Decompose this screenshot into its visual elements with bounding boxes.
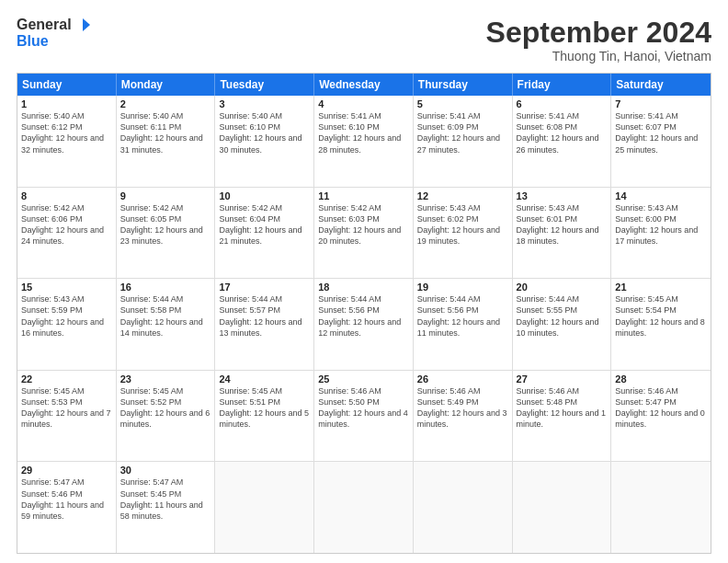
day-number: 4 xyxy=(318,98,409,109)
day-number: 28 xyxy=(615,373,707,385)
day-info: Sunrise: 5:46 AM Sunset: 5:47 PM Dayligh… xyxy=(615,385,707,431)
day-number: 9 xyxy=(120,190,211,201)
day-info: Sunrise: 5:45 AM Sunset: 5:53 PM Dayligh… xyxy=(21,385,112,431)
header-thursday: Thursday xyxy=(414,74,513,96)
day-info: Sunrise: 5:41 AM Sunset: 6:09 PM Dayligh… xyxy=(417,110,508,155)
table-row: 21Sunrise: 5:45 AM Sunset: 5:54 PM Dayli… xyxy=(611,279,711,370)
table-row: 3Sunrise: 5:40 AM Sunset: 6:10 PM Daylig… xyxy=(215,96,314,187)
calendar: Sunday Monday Tuesday Wednesday Thursday… xyxy=(17,73,711,554)
day-number: 8 xyxy=(21,190,112,201)
table-row: 6Sunrise: 5:41 AM Sunset: 6:08 PM Daylig… xyxy=(513,96,612,187)
title-block: September 2024 Thuong Tin, Hanoi, Vietna… xyxy=(486,17,711,63)
day-number: 17 xyxy=(219,282,310,293)
day-number: 19 xyxy=(417,282,508,293)
calendar-row-2: 15Sunrise: 5:43 AM Sunset: 5:59 PM Dayli… xyxy=(17,278,711,370)
day-info: Sunrise: 5:43 AM Sunset: 6:02 PM Dayligh… xyxy=(417,202,508,247)
table-row: 10Sunrise: 5:42 AM Sunset: 6:04 PM Dayli… xyxy=(215,188,314,279)
day-number: 15 xyxy=(21,282,112,293)
day-number: 7 xyxy=(615,98,707,109)
day-info: Sunrise: 5:42 AM Sunset: 6:03 PM Dayligh… xyxy=(318,202,409,247)
day-info: Sunrise: 5:43 AM Sunset: 6:00 PM Dayligh… xyxy=(615,202,707,247)
day-number: 27 xyxy=(517,373,608,385)
day-info: Sunrise: 5:43 AM Sunset: 5:59 PM Dayligh… xyxy=(21,293,112,339)
logo: General Blue xyxy=(17,17,90,50)
day-info: Sunrise: 5:42 AM Sunset: 6:05 PM Dayligh… xyxy=(120,202,211,247)
table-row: 1Sunrise: 5:40 AM Sunset: 6:12 PM Daylig… xyxy=(17,96,117,187)
month-title: September 2024 xyxy=(486,17,711,49)
table-row: 19Sunrise: 5:44 AM Sunset: 5:56 PM Dayli… xyxy=(414,279,513,370)
day-info: Sunrise: 5:40 AM Sunset: 6:12 PM Dayligh… xyxy=(21,110,112,155)
day-info: Sunrise: 5:44 AM Sunset: 5:58 PM Dayligh… xyxy=(120,293,211,339)
calendar-row-3: 22Sunrise: 5:45 AM Sunset: 5:53 PM Dayli… xyxy=(17,370,711,462)
day-number: 20 xyxy=(517,282,608,293)
day-number: 6 xyxy=(517,98,608,109)
day-number: 10 xyxy=(219,190,310,201)
day-info: Sunrise: 5:40 AM Sunset: 6:11 PM Dayligh… xyxy=(120,110,211,155)
table-row: 26Sunrise: 5:46 AM Sunset: 5:49 PM Dayli… xyxy=(414,371,513,462)
table-row: 7Sunrise: 5:41 AM Sunset: 6:07 PM Daylig… xyxy=(611,96,711,187)
day-info: Sunrise: 5:41 AM Sunset: 6:08 PM Dayligh… xyxy=(517,110,608,155)
table-row: 8Sunrise: 5:42 AM Sunset: 6:06 PM Daylig… xyxy=(17,188,117,279)
table-row xyxy=(314,462,414,553)
header-friday: Friday xyxy=(513,74,612,96)
header-tuesday: Tuesday xyxy=(215,74,314,96)
table-row: 2Sunrise: 5:40 AM Sunset: 6:11 PM Daylig… xyxy=(117,96,216,187)
table-row: 25Sunrise: 5:46 AM Sunset: 5:50 PM Dayli… xyxy=(314,371,414,462)
day-info: Sunrise: 5:43 AM Sunset: 6:01 PM Dayligh… xyxy=(517,202,608,247)
calendar-row-4: 29Sunrise: 5:47 AM Sunset: 5:46 PM Dayli… xyxy=(17,461,711,553)
location-subtitle: Thuong Tin, Hanoi, Vietnam xyxy=(486,49,711,63)
calendar-row-0: 1Sunrise: 5:40 AM Sunset: 6:12 PM Daylig… xyxy=(17,96,711,187)
svg-marker-0 xyxy=(83,18,90,31)
page: General Blue September 2024 Thuong Tin, … xyxy=(0,0,728,563)
table-row: 4Sunrise: 5:41 AM Sunset: 6:10 PM Daylig… xyxy=(314,96,414,187)
day-number: 12 xyxy=(417,190,508,201)
table-row xyxy=(611,462,711,553)
table-row xyxy=(215,462,314,553)
day-number: 25 xyxy=(318,373,409,385)
day-info: Sunrise: 5:46 AM Sunset: 5:48 PM Dayligh… xyxy=(517,385,608,431)
table-row: 9Sunrise: 5:42 AM Sunset: 6:05 PM Daylig… xyxy=(117,188,216,279)
day-info: Sunrise: 5:44 AM Sunset: 5:55 PM Dayligh… xyxy=(517,293,608,339)
table-row: 18Sunrise: 5:44 AM Sunset: 5:56 PM Dayli… xyxy=(314,279,414,370)
day-info: Sunrise: 5:45 AM Sunset: 5:52 PM Dayligh… xyxy=(120,385,211,431)
day-info: Sunrise: 5:40 AM Sunset: 6:10 PM Dayligh… xyxy=(219,110,310,155)
calendar-row-1: 8Sunrise: 5:42 AM Sunset: 6:06 PM Daylig… xyxy=(17,187,711,279)
day-number: 22 xyxy=(21,373,112,385)
table-row: 13Sunrise: 5:43 AM Sunset: 6:01 PM Dayli… xyxy=(513,188,612,279)
day-number: 3 xyxy=(219,98,310,109)
table-row: 22Sunrise: 5:45 AM Sunset: 5:53 PM Dayli… xyxy=(17,371,117,462)
table-row: 24Sunrise: 5:45 AM Sunset: 5:51 PM Dayli… xyxy=(215,371,314,462)
day-info: Sunrise: 5:41 AM Sunset: 6:07 PM Dayligh… xyxy=(615,110,707,155)
table-row: 17Sunrise: 5:44 AM Sunset: 5:57 PM Dayli… xyxy=(215,279,314,370)
table-row xyxy=(414,462,513,553)
day-number: 23 xyxy=(120,373,211,385)
table-row: 15Sunrise: 5:43 AM Sunset: 5:59 PM Dayli… xyxy=(17,279,117,370)
day-info: Sunrise: 5:46 AM Sunset: 5:50 PM Dayligh… xyxy=(318,385,409,431)
day-info: Sunrise: 5:44 AM Sunset: 5:56 PM Dayligh… xyxy=(318,293,409,339)
header-saturday: Saturday xyxy=(611,74,711,96)
table-row: 5Sunrise: 5:41 AM Sunset: 6:09 PM Daylig… xyxy=(414,96,513,187)
header-sunday: Sunday xyxy=(17,74,117,96)
table-row xyxy=(513,462,612,553)
day-info: Sunrise: 5:41 AM Sunset: 6:10 PM Dayligh… xyxy=(318,110,409,155)
table-row: 29Sunrise: 5:47 AM Sunset: 5:46 PM Dayli… xyxy=(17,462,117,553)
header: General Blue September 2024 Thuong Tin, … xyxy=(17,17,711,63)
day-number: 2 xyxy=(120,98,211,109)
day-number: 14 xyxy=(615,190,707,201)
day-info: Sunrise: 5:45 AM Sunset: 5:54 PM Dayligh… xyxy=(615,293,707,339)
day-number: 18 xyxy=(318,282,409,293)
day-number: 13 xyxy=(517,190,608,201)
day-number: 24 xyxy=(219,373,310,385)
day-info: Sunrise: 5:42 AM Sunset: 6:04 PM Dayligh… xyxy=(219,202,310,247)
day-info: Sunrise: 5:47 AM Sunset: 5:46 PM Dayligh… xyxy=(21,477,112,522)
table-row: 14Sunrise: 5:43 AM Sunset: 6:00 PM Dayli… xyxy=(611,188,711,279)
table-row: 30Sunrise: 5:47 AM Sunset: 5:45 PM Dayli… xyxy=(117,462,216,553)
table-row: 11Sunrise: 5:42 AM Sunset: 6:03 PM Dayli… xyxy=(314,188,414,279)
day-number: 1 xyxy=(21,98,112,109)
day-info: Sunrise: 5:46 AM Sunset: 5:49 PM Dayligh… xyxy=(417,385,508,431)
header-wednesday: Wednesday xyxy=(314,74,414,96)
calendar-body: 1Sunrise: 5:40 AM Sunset: 6:12 PM Daylig… xyxy=(17,96,711,553)
table-row: 12Sunrise: 5:43 AM Sunset: 6:02 PM Dayli… xyxy=(414,188,513,279)
day-info: Sunrise: 5:44 AM Sunset: 5:56 PM Dayligh… xyxy=(417,293,508,339)
day-number: 11 xyxy=(318,190,409,201)
